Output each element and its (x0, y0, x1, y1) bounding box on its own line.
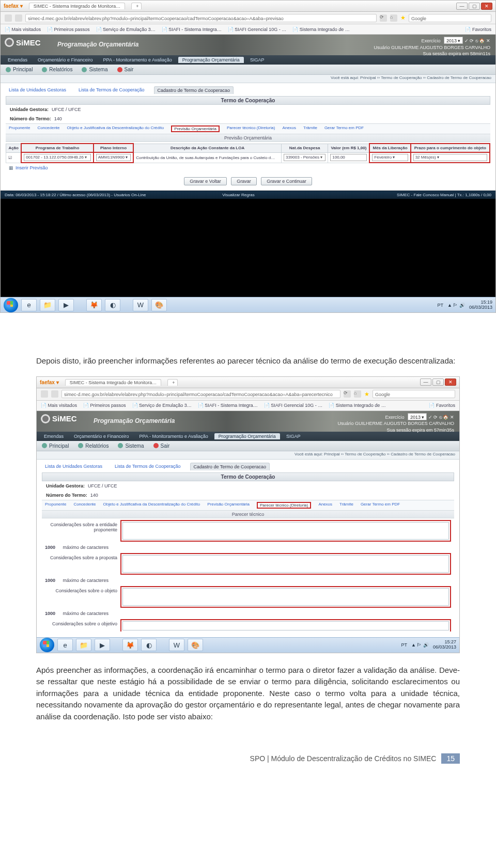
taskbar-unknown-icon[interactable]: ◐ (105, 299, 120, 311)
taskbar-ie-icon[interactable]: e (21, 299, 37, 311)
module-tab[interactable]: SIGAP (282, 433, 305, 439)
module-tab[interactable]: Emendas (40, 433, 68, 439)
close-button[interactable]: ✕ (445, 378, 456, 386)
section-tab[interactable]: Proponente (45, 502, 66, 509)
taskbar-explorer-icon[interactable]: 📁 (76, 639, 91, 651)
taskbar-unknown-icon[interactable]: ◐ (141, 639, 157, 651)
tray-clock[interactable]: 15:19 06/03/2013 (469, 300, 492, 310)
module-tab[interactable]: Emendas (4, 57, 32, 63)
subtab[interactable]: Lista de Unidades Gestoras (6, 86, 69, 94)
firefox-menu[interactable]: faefax ▾ (4, 3, 23, 9)
bookmark-star-icon[interactable] (400, 14, 406, 21)
section-tab[interactable]: Anexos (282, 125, 296, 132)
natureza-select[interactable]: 339003 - Pensões (284, 154, 326, 161)
textarea[interactable] (122, 588, 449, 606)
bookmark-item[interactable]: SIAFI Gerencial 10G - … (228, 27, 287, 32)
taskbar-paint-icon[interactable]: 🎨 (188, 639, 203, 651)
bookmark-item[interactable]: Sistema Integrado de … (329, 403, 386, 408)
section-tab[interactable]: Gerar Termo em PDF (361, 502, 400, 509)
taskbar-word-icon[interactable]: W (169, 639, 184, 651)
bookmark-item[interactable]: Sistema Integrado de … (292, 27, 350, 32)
module-tab[interactable]: Orçamentário e Financeiro (70, 433, 133, 439)
maximize-button[interactable]: ▢ (469, 3, 480, 10)
module-tab[interactable]: SIGAP (246, 57, 269, 63)
favoritos-label[interactable]: Favoritos (465, 27, 491, 32)
bookmark-item[interactable]: Mais visitados (5, 27, 41, 32)
bookmark-item[interactable]: SIAFI - Sistema Integra… (198, 403, 258, 408)
section-tab-active[interactable]: Previsão Orçamentária (171, 125, 220, 132)
menu-principal[interactable]: Principal (6, 67, 33, 72)
plano-select[interactable]: AMM11N9900 ▾ (96, 154, 131, 161)
section-tab[interactable]: Gerar Termo em PDF (324, 125, 364, 132)
bookmark-item[interactable]: Mais visitados (41, 403, 77, 408)
module-tab[interactable]: PPA - Monitoramento e Avaliação (135, 433, 212, 439)
bookmark-item[interactable]: SIAFI Gerencial 10G - … (264, 403, 323, 408)
tray-icons[interactable]: ▲ 🏳 🔊 (447, 303, 465, 308)
browser-tab[interactable]: SIMEC - Sistema Integrado de Monitora… (65, 379, 162, 386)
tray-lang[interactable]: PT (438, 303, 444, 308)
section-tab[interactable]: Parecer técnico (Diretoria) (227, 125, 275, 132)
section-tab[interactable]: Concedente (37, 125, 59, 132)
section-tab[interactable]: Objeto e Justificativa da Descentralizaç… (103, 502, 200, 509)
section-tab[interactable]: Trâmite (303, 125, 317, 132)
menu-sair[interactable]: Sair (153, 443, 170, 449)
taskbar-player-icon[interactable]: ▶ (95, 639, 110, 651)
valor-input[interactable]: 100,00 (330, 154, 367, 161)
subtab-active[interactable]: Cadastro de Termo de Cooperacao (190, 463, 270, 470)
module-tab[interactable]: Orçamentário e Financeiro (34, 57, 97, 63)
section-tab-active[interactable]: Parecer técnico (Diretoria) (257, 502, 311, 509)
module-tab-active[interactable]: Programação Orçamentária (178, 57, 244, 63)
bookmark-star-icon[interactable] (364, 391, 369, 398)
menu-sistema[interactable]: Sistema (118, 443, 144, 449)
taskbar-player-icon[interactable]: ▶ (58, 299, 74, 311)
taskbar-explorer-icon[interactable]: 📁 (40, 299, 55, 311)
menu-sistema[interactable]: Sistema (82, 67, 107, 72)
bookmark-item[interactable]: Primeiros passos (83, 403, 126, 408)
mes-select[interactable]: Fevereiro ▾ (372, 154, 408, 161)
firefox-menu[interactable]: faefax ▾ (40, 380, 59, 385)
start-button[interactable] (4, 298, 18, 312)
prazo-select[interactable]: 32 Mês(es) ▾ (413, 154, 487, 161)
search-box[interactable]: Google (373, 390, 455, 398)
address-bar[interactable]: simec-d.mec.gov.br/elabrev/elabrev.php?m… (61, 390, 340, 398)
checkbox-icon[interactable]: ☑ (8, 155, 12, 160)
module-tab[interactable]: PPA - Monitoramento e Avaliação (99, 57, 176, 63)
menu-principal[interactable]: Principal (42, 443, 69, 449)
bookmark-item[interactable]: Serviço de Emulação 3… (96, 27, 156, 32)
inserir-previsao-link[interactable]: Inserir Previsão (6, 163, 490, 172)
address-bar[interactable]: simec-d.mec.gov.br/elabrev/elabrev.php?m… (25, 14, 377, 22)
close-button[interactable]: ✕ (481, 3, 492, 10)
new-tab-button[interactable]: + (167, 379, 178, 386)
browser-tab[interactable]: SIMEC - Sistema Integrado de Monitora… (29, 3, 126, 9)
section-tab[interactable]: Objeto e Justificativa da Descentralizaç… (67, 125, 164, 132)
section-tab[interactable]: Anexos (318, 502, 332, 509)
section-tab[interactable]: Proponente (9, 125, 30, 132)
tray-clock[interactable]: 15:27 06/03/2013 (433, 640, 456, 650)
section-tab[interactable]: Previsão Orçamentária (207, 502, 250, 509)
module-tab-active[interactable]: Programação Orçamentária (214, 433, 280, 439)
status-center[interactable]: Visualizar Regras (222, 193, 255, 197)
favoritos-label[interactable]: Favoritos (429, 403, 455, 408)
subtab-active[interactable]: Cadastro de Termo de Cooperacao (154, 86, 234, 94)
subtab[interactable]: Lista de Unidades Gestoras (42, 463, 105, 470)
back-icon[interactable] (5, 14, 12, 22)
reload-icon[interactable]: ⟳ (344, 390, 351, 398)
taskbar-firefox-icon[interactable]: 🦊 (86, 299, 102, 311)
textarea[interactable] (122, 555, 449, 573)
minimize-button[interactable]: — (456, 3, 468, 10)
menu-relatorios[interactable]: Relatórios (78, 443, 109, 449)
gravar-button[interactable]: Gravar (231, 177, 257, 185)
menu-sair[interactable]: Sair (117, 67, 134, 72)
taskbar-firefox-icon[interactable]: 🦊 (122, 639, 138, 651)
exercicio-select[interactable]: 2013 ▾ (444, 37, 463, 44)
cell-acao[interactable]: ☑ (6, 152, 22, 163)
exercicio-select[interactable]: 2013 ▾ (408, 413, 427, 420)
search-box[interactable]: Google (409, 14, 491, 22)
programa-select[interactable]: 001702 - 13.122.0750.09HB.26 (24, 154, 90, 161)
taskbar-word-icon[interactable]: W (133, 299, 148, 311)
section-tab[interactable]: Concedente (73, 502, 96, 509)
subtab[interactable]: Lista de Termos de Cooperação (75, 86, 147, 94)
section-tab[interactable]: Trâmite (339, 502, 353, 509)
bookmark-item[interactable]: Serviço de Emulação 3… (132, 403, 192, 408)
tray-lang[interactable]: PT (401, 642, 408, 648)
